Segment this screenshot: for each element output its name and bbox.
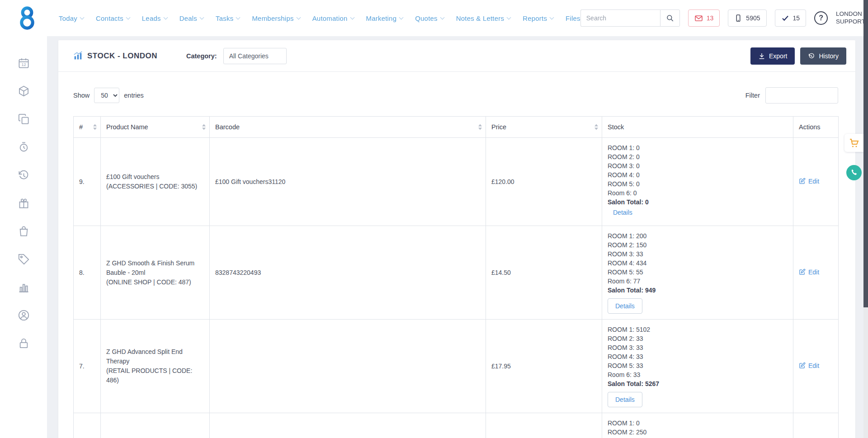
sidebar-item-history[interactable] (16, 168, 31, 182)
cart-panel-toggle[interactable] (844, 134, 863, 152)
tasks-count: 15 (793, 14, 800, 22)
edit-link[interactable]: Edit (799, 178, 819, 185)
logo-icon (14, 5, 40, 31)
calls-counter[interactable]: 5905 (728, 9, 766, 27)
nav-item-quotes[interactable]: Quotes (415, 14, 444, 22)
calendar-icon: 12 (18, 57, 30, 69)
sidebar-item-promotions[interactable] (16, 252, 31, 266)
stock-lines: ROOM 1: 0ROOM 2: 250ROOM 3: 248ROOM 4: 2… (608, 419, 788, 438)
stock-line: ROOM 3: 33 (608, 250, 788, 259)
product-name-cell: Z GHD Smooth & Finish Serum Bauble - 20m… (101, 226, 210, 320)
search-box (580, 9, 680, 27)
search-button[interactable] (660, 9, 680, 27)
details-button[interactable]: Details (608, 298, 642, 314)
stock-line: ROOM 5: 55 (608, 268, 788, 277)
details-button[interactable]: Details (613, 209, 632, 216)
calls-count: 5905 (746, 14, 760, 22)
stock-line: ROOM 2: 0 (608, 152, 788, 161)
product-name: Z GHD Smooth & Finish Serum Bauble - 20m… (106, 259, 204, 278)
sidebar-item-reminders[interactable] (16, 140, 31, 154)
sidebar-item-reports[interactable] (16, 280, 31, 294)
product-name: Z GHD Advanced Split End Therapy (106, 347, 204, 366)
edit-icon (799, 362, 806, 369)
details-button[interactable]: Details (608, 392, 642, 407)
column-header--[interactable]: # (74, 117, 101, 138)
chevron-down-icon (163, 15, 168, 19)
nav-item-deals[interactable]: Deals (179, 14, 203, 22)
sidebar-item-calendar[interactable]: 12 (16, 56, 31, 70)
sort-icon (594, 124, 598, 130)
sidebar-item-support[interactable] (16, 308, 31, 322)
column-header-barcode[interactable]: Barcode (210, 117, 486, 138)
barcode-cell: 8328743220493 (210, 226, 486, 320)
nav-item-marketing[interactable]: Marketing (366, 14, 403, 22)
nav-item-tasks[interactable]: Tasks (216, 14, 240, 22)
nav-item-automation[interactable]: Automation (312, 14, 354, 22)
nav-item-reports[interactable]: Reports (523, 14, 553, 22)
table-controls: Show 50 entries Filter (58, 72, 855, 104)
sidebar-item-duplicates[interactable] (16, 112, 31, 126)
app-logo[interactable] (14, 5, 40, 31)
cart-icon (849, 137, 859, 148)
sidebar-item-shop[interactable] (16, 224, 31, 238)
tasks-counter[interactable]: 15 (775, 9, 807, 27)
row-number (74, 413, 101, 438)
table-body: 9. £100 Gift vouchers (ACCESSORIES | COD… (74, 138, 839, 438)
column-header-product-name[interactable]: Product Name (101, 117, 210, 138)
table-row: 9. £100 Gift vouchers (ACCESSORIES | COD… (74, 138, 839, 226)
stock-line: Room 6: 33 (608, 370, 788, 379)
sidebar-item-products[interactable] (16, 84, 31, 98)
download-icon (758, 52, 765, 60)
scrollbar-thumb[interactable] (863, 0, 868, 307)
sort-icon (202, 124, 206, 130)
search-input[interactable] (580, 9, 660, 27)
category-select[interactable]: All Categories (223, 48, 287, 64)
nav-item-label: Deals (179, 14, 197, 22)
account-line1: LONDON (836, 10, 865, 18)
mail-counter[interactable]: 13 (688, 9, 720, 27)
barcode-cell (210, 320, 486, 413)
nav-item-label: Automation (312, 14, 348, 22)
scrollbar[interactable] (863, 0, 868, 438)
filter-input[interactable] (765, 87, 838, 104)
export-button[interactable]: Export (750, 47, 795, 65)
nav-item-label: Tasks (216, 14, 233, 22)
edit-link[interactable]: Edit (799, 268, 819, 276)
top-navigation-bar: TodayContactsLeadsDealsTasksMembershipsA… (0, 0, 868, 36)
stock-line: ROOM 4: 33 (608, 352, 788, 361)
support-icon (18, 309, 30, 321)
nav-item-today[interactable]: Today (59, 14, 84, 22)
stock-cell: ROOM 1: 5102ROOM 2: 33ROOM 3: 33ROOM 4: … (602, 320, 793, 413)
svg-text:12: 12 (21, 62, 26, 67)
row-number: 8. (74, 226, 101, 320)
page-size-select[interactable]: 50 (94, 88, 119, 103)
help-button[interactable]: ? (814, 11, 828, 25)
column-label: Product Name (106, 123, 148, 131)
history-label: History (819, 52, 839, 60)
barcode-cell: £100 Gift vouchers31120 (210, 138, 486, 226)
copy-icon (18, 113, 30, 125)
phone-icon (850, 169, 858, 177)
gift-icon (18, 197, 30, 209)
sidebar-item-lock[interactable] (16, 336, 31, 350)
nav-item-notes-letters[interactable]: Notes & Letters (456, 14, 510, 22)
column-header-price[interactable]: Price (486, 117, 602, 138)
chevron-down-icon (440, 15, 444, 19)
stock-line: ROOM 3: 33 (608, 343, 788, 352)
edit-link[interactable]: Edit (799, 362, 819, 369)
nav-item-contacts[interactable]: Contacts (96, 14, 130, 22)
history-button[interactable]: History (800, 47, 846, 65)
edit-label: Edit (808, 268, 819, 276)
shopping-bag-icon (18, 225, 30, 237)
call-panel-toggle[interactable] (844, 164, 863, 182)
card-header: STOCK - LONDON Category: All Categories … (58, 40, 855, 72)
lock-icon (18, 337, 30, 349)
nav-item-leads[interactable]: Leads (142, 14, 167, 22)
sidebar-item-gift-vouchers[interactable] (16, 196, 31, 210)
nav-item-files[interactable]: Files (566, 14, 580, 22)
product-name-cell: Z GHD Advanced Split End Therapy (RETAIL… (101, 320, 210, 413)
call-circle (846, 165, 862, 180)
sort-icon (93, 124, 97, 130)
nav-item-memberships[interactable]: Memberships (252, 14, 300, 22)
stock-line: ROOM 1: 5102 (608, 325, 788, 334)
